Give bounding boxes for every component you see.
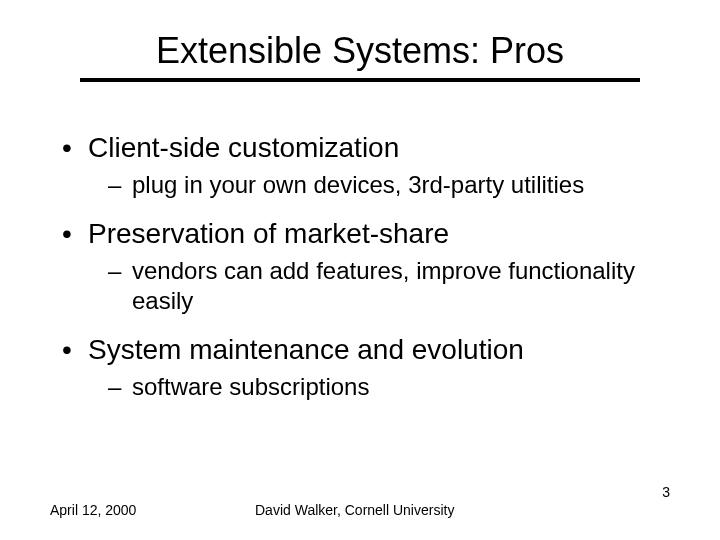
footer-date: April 12, 2000 [50,502,136,518]
bullet-sub-item: plug in your own devices, 3rd-party util… [60,170,670,200]
bullet-sub-item: vendors can add features, improve functi… [60,256,670,316]
bullet-item: Client-side customization [60,132,670,164]
footer-page-number: 3 [662,484,670,500]
slide-title: Extensible Systems: Pros [80,30,640,82]
slide: Extensible Systems: Pros Client-side cus… [0,0,720,540]
bullet-sub-item: software subscriptions [60,372,670,402]
bullet-item: System maintenance and evolution [60,334,670,366]
slide-content: Client-side customization plug in your o… [50,132,670,402]
footer-author: David Walker, Cornell University [255,502,454,518]
bullet-item: Preservation of market-share [60,218,670,250]
